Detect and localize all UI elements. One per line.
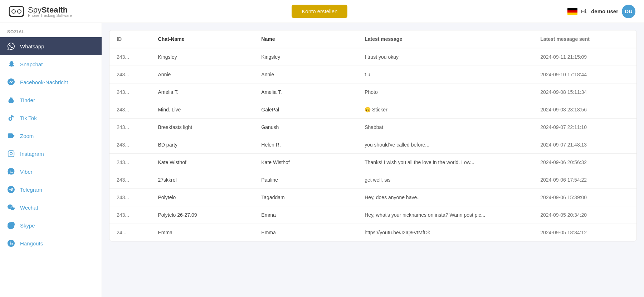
cell-date: 2024-09-07 22:11:10 <box>533 119 636 136</box>
table-row[interactable]: 243... Mind. Live GalePal 😊 Sticker 2024… <box>109 101 636 119</box>
svg-point-10 <box>13 152 13 153</box>
table-header-row: ID Chat-Name Name Latest message Latest … <box>109 30 636 48</box>
sidebar-item-label-telegram: Telegram <box>20 187 42 193</box>
sidebar-item-label-zoom: Zoom <box>20 133 34 139</box>
cell-date: 2024-09-06 15:39:00 <box>533 189 636 206</box>
logo-stealth: Stealth <box>42 5 68 14</box>
cell-name: Kate Wisthof <box>254 154 357 171</box>
cell-name: GalePal <box>254 101 357 119</box>
sidebar-item-facebook[interactable]: Facebook-Nachricht <box>0 73 102 91</box>
sidebar-item-snapchat[interactable]: Snapchat <box>0 55 102 73</box>
cell-chatname: Kingsley <box>151 48 254 66</box>
sidebar-item-label-viber: Viber <box>20 169 33 175</box>
cell-chatname: Polytelo 26-27.09 <box>151 206 254 224</box>
header: SpyStealth Phone Tracking Software Konto… <box>0 0 644 23</box>
table-row[interactable]: 243... Breakfasts light Ganush Shabbat 2… <box>109 119 636 136</box>
tinder-icon <box>7 96 15 104</box>
avatar[interactable]: DU <box>622 5 635 18</box>
sidebar-item-label-tinder: Tinder <box>20 97 35 103</box>
flag-icon <box>567 8 577 15</box>
tiktok-icon <box>7 114 15 122</box>
svg-rect-6 <box>567 10 577 13</box>
sidebar-item-viber[interactable]: Viber <box>0 163 102 181</box>
cell-message: 😊 Sticker <box>357 101 533 119</box>
snapchat-icon <box>7 60 15 68</box>
cell-message: Shabbat <box>357 119 533 136</box>
cell-message: Hey, does anyone have.. <box>357 189 533 206</box>
whatsapp-icon <box>7 42 15 50</box>
sidebar-item-label-whatsapp: Whatsapp <box>20 43 44 49</box>
sidebar-item-label-facebook: Facebook-Nachricht <box>20 79 68 85</box>
facebook-messenger-icon <box>7 78 15 86</box>
sidebar-item-label-tiktok: Tik Tok <box>20 115 37 121</box>
cell-date: 2024-09-06 20:56:32 <box>533 154 636 171</box>
messages-table: ID Chat-Name Name Latest message Latest … <box>109 30 636 241</box>
cell-chatname: Amelia T. <box>151 83 254 101</box>
cell-name: Annie <box>254 66 357 83</box>
cell-message: Hey, what's your nicknames on insta? Wan… <box>357 206 533 224</box>
sidebar: SOZIAL Whatsapp Snapchat Facebook-Nachri… <box>0 23 102 297</box>
instagram-icon <box>7 150 15 158</box>
table-body: 243... Kingsley Kingsley I trust you oka… <box>109 48 636 241</box>
table-row[interactable]: 24... Emma Emma https://youtu.be/J2IQ9Vt… <box>109 224 636 241</box>
cell-id: 243... <box>109 101 151 119</box>
table-row[interactable]: 243... Amelia T. Amelia T. Photo 2024-09… <box>109 83 636 101</box>
cell-message: I trust you okay <box>357 48 533 66</box>
cell-chatname: 27skkrof <box>151 171 254 189</box>
table-row[interactable]: 243... Kingsley Kingsley I trust you oka… <box>109 48 636 66</box>
col-header-date: Latest message sent <box>533 30 636 48</box>
hangouts-icon <box>7 239 15 247</box>
svg-rect-8 <box>8 151 14 157</box>
viber-icon <box>7 168 15 176</box>
konto-erstellen-button[interactable]: Konto erstellen <box>292 5 347 18</box>
logo-spy: Spy <box>28 5 42 14</box>
table-row[interactable]: 243... 27skkrof Pauline get well, sis 20… <box>109 171 636 189</box>
sidebar-item-tinder[interactable]: Tinder <box>0 91 102 109</box>
sidebar-item-wechat[interactable]: Wechat <box>0 198 102 216</box>
col-header-message: Latest message <box>357 30 533 48</box>
cell-name: Kingsley <box>254 48 357 66</box>
svg-point-9 <box>10 153 13 155</box>
wechat-icon <box>7 203 15 211</box>
table-row[interactable]: 243... BD party Helen R. you should've c… <box>109 136 636 154</box>
cell-name: Emma <box>254 206 357 224</box>
sidebar-item-hangouts[interactable]: Hangouts <box>0 234 102 252</box>
cell-date: 2024-09-08 15:11:34 <box>533 83 636 101</box>
sidebar-item-tiktok[interactable]: Tik Tok <box>0 109 102 127</box>
svg-point-2 <box>18 10 21 13</box>
svg-rect-5 <box>567 8 577 10</box>
logo-subtitle: Phone Tracking Software <box>28 13 72 18</box>
cell-date: 2024-09-07 21:48:13 <box>533 136 636 154</box>
cell-date: 2024-09-11 21:15:09 <box>533 48 636 66</box>
sidebar-item-skype[interactable]: Skype <box>0 216 102 234</box>
cell-chatname: Breakfasts light <box>151 119 254 136</box>
messages-table-container: ID Chat-Name Name Latest message Latest … <box>109 30 637 241</box>
cell-chatname: BD party <box>151 136 254 154</box>
telegram-icon <box>7 186 15 193</box>
cell-date: 2024-09-05 20:34:20 <box>533 206 636 224</box>
cell-name: Amelia T. <box>254 83 357 101</box>
cell-chatname: Kate Wisthof <box>151 154 254 171</box>
zoom-icon <box>7 132 15 140</box>
cell-date: 2024-09-10 17:18:44 <box>533 66 636 83</box>
sidebar-item-zoom[interactable]: Zoom <box>0 127 102 145</box>
cell-date: 2024-09-06 17:54:22 <box>533 171 636 189</box>
logo-area: SpyStealth Phone Tracking Software <box>9 4 72 19</box>
col-header-id: ID <box>109 30 151 48</box>
layout: SOZIAL Whatsapp Snapchat Facebook-Nachri… <box>0 23 644 297</box>
user-area: Hi, demo user DU <box>567 5 635 18</box>
sidebar-item-label-skype: Skype <box>20 222 35 229</box>
sidebar-section-label: SOZIAL <box>0 23 102 37</box>
table-row[interactable]: 243... Annie Annie t u 2024-09-10 17:18:… <box>109 66 636 83</box>
sidebar-item-instagram[interactable]: Instagram <box>0 145 102 163</box>
sidebar-item-telegram[interactable]: Telegram <box>0 181 102 198</box>
cell-chatname: Emma <box>151 224 254 241</box>
sidebar-item-whatsapp[interactable]: Whatsapp <box>0 37 102 55</box>
cell-id: 243... <box>109 48 151 66</box>
table-row[interactable]: 243... Polytelo 26-27.09 Emma Hey, what'… <box>109 206 636 224</box>
logo-text: SpyStealth Phone Tracking Software <box>28 5 72 18</box>
cell-name: Helen R. <box>254 136 357 154</box>
table-row[interactable]: 243... Kate Wisthof Kate Wisthof Thanks!… <box>109 154 636 171</box>
cell-id: 243... <box>109 154 151 171</box>
table-row[interactable]: 243... Polytelo Tagaddam Hey, does anyon… <box>109 189 636 206</box>
